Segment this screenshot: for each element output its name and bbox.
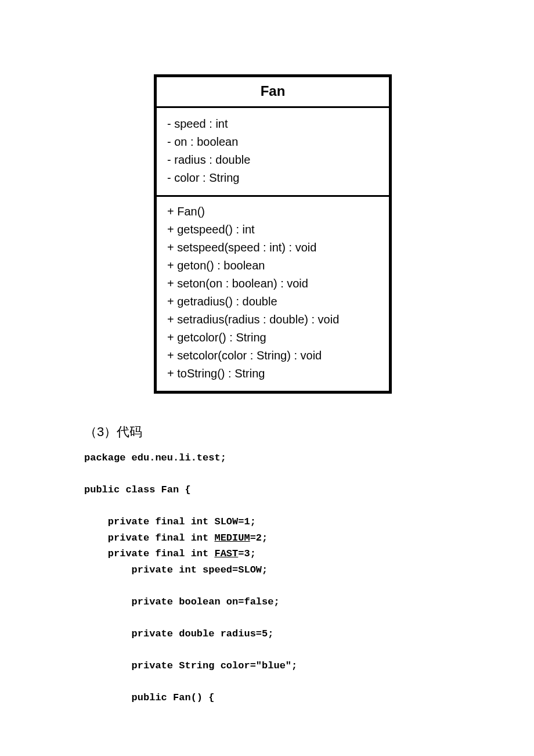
uml-attribute: - color : String [167,169,378,187]
code-line: public class Fan { [84,484,191,495]
uml-method: + getspeed() : int [167,221,378,239]
code-block: package edu.neu.li.test; public class Fa… [84,450,297,706]
uml-method: + setradius(radius : double) : void [167,311,378,329]
uml-method: + geton() : boolean [167,257,378,275]
uml-attribute: - radius : double [167,151,378,169]
uml-methods-section: + Fan() + getspeed() : int + setspeed(sp… [157,197,389,391]
code-line: private final int MEDIUM=2; [84,532,268,543]
underlined-text: MEDIUM [214,532,250,543]
uml-attributes-section: - speed : int - on : boolean - radius : … [157,108,389,197]
code-line: private String color="blue"; [84,660,297,671]
uml-class-diagram: Fan - speed : int - on : boolean - radiu… [154,74,392,394]
uml-method: + setcolor(color : String) : void [167,347,378,365]
document-page: Fan - speed : int - on : boolean - radiu… [0,0,534,756]
uml-attribute: - on : boolean [167,133,378,151]
code-line: private double radius=5; [84,628,273,639]
code-line: private int speed=SLOW; [84,564,268,575]
uml-method: + toString() : String [167,365,378,383]
uml-attribute: - speed : int [167,115,378,133]
uml-class-name: Fan [157,77,389,108]
uml-method: + seton(on : boolean) : void [167,275,378,293]
section-heading: （3）代码 [84,423,142,441]
code-line: private final int FAST=3; [84,548,256,559]
code-line: private boolean on=false; [84,596,280,607]
code-line: package edu.neu.li.test; [84,452,226,463]
code-line: public Fan() { [84,692,214,703]
uml-method: + getradius() : double [167,293,378,311]
code-line: private final int SLOW=1; [84,516,256,527]
uml-method: + Fan() [167,203,378,221]
uml-method: + setspeed(speed : int) : void [167,239,378,257]
uml-method: + getcolor() : String [167,329,378,347]
underlined-text: FAST [214,548,238,559]
